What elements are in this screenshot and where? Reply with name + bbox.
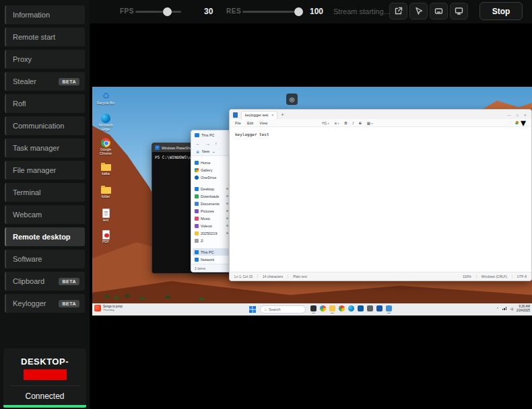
tab-close-icon[interactable]: × — [271, 113, 273, 117]
sidebar-item-rofl[interactable]: Rofl — [5, 94, 85, 113]
taskbar-search[interactable]: ⌕ Search — [260, 305, 306, 313]
sidebar-item-label: Webcam — [13, 211, 42, 219]
remote-cursor-button[interactable] — [409, 3, 428, 20]
desktop-icon-label: test — [95, 219, 117, 223]
sidebar-item-stealer[interactable]: StealerBETA — [5, 72, 85, 91]
chrome-icon[interactable] — [339, 305, 345, 311]
desktop-icon-chrome[interactable]: Google Chrome — [95, 137, 117, 155]
photos-icon[interactable] — [320, 305, 326, 311]
edge-icon[interactable] — [348, 305, 354, 311]
back-icon[interactable]: ← — [196, 141, 201, 146]
table-dropdown[interactable]: ▦ ▾ — [367, 121, 373, 125]
capture-app-icon[interactable]: ◎ — [286, 94, 298, 105]
sidebar-item-communication[interactable]: Communication — [5, 116, 85, 135]
display-button[interactable] — [450, 3, 468, 20]
strikethrough-button[interactable]: S — [359, 121, 362, 125]
fps-value: 30 — [204, 7, 213, 16]
new-button[interactable]: New — [202, 149, 209, 153]
connection-status: Connected — [3, 392, 86, 401]
notepad-editor[interactable]: keylogger test — [230, 127, 531, 272]
bold-button[interactable]: B — [345, 121, 347, 125]
camera-icon[interactable] — [367, 305, 373, 311]
explorer-item-desktop[interactable]: Desktop — [193, 185, 230, 192]
sidebar-item-webcam[interactable]: Webcam — [5, 205, 85, 224]
res-slider[interactable] — [242, 11, 302, 13]
forward-icon[interactable]: → — [205, 141, 210, 146]
hidden-icons-chevron[interactable]: ⌃ — [496, 307, 499, 311]
onedrive-icon — [195, 176, 199, 180]
list-dropdown[interactable]: ≡ ▾ — [335, 121, 339, 125]
word-icon[interactable] — [376, 305, 383, 311]
sidebar-item-remote-start[interactable]: Remote start — [5, 28, 85, 46]
gallery-icon — [195, 168, 199, 172]
sidebar-item-information[interactable]: Information — [5, 5, 85, 24]
pictures-icon — [195, 209, 199, 213]
copilot-icon — [515, 121, 519, 124]
beta-badge: BETA — [59, 278, 79, 285]
menu-file[interactable]: File — [235, 121, 241, 125]
fps-slider-thumb[interactable] — [163, 7, 172, 16]
sidebar-item-task-manager[interactable]: Task manager — [5, 139, 85, 157]
sidebar-item-software[interactable]: Software — [5, 250, 85, 268]
notepad-taskbar-icon[interactable] — [386, 305, 392, 311]
explorer-item-network[interactable]: Network — [193, 256, 230, 263]
explorer-item-music[interactable]: Music — [193, 215, 230, 222]
notepad-tab[interactable]: keylogger test × — [241, 111, 277, 119]
volume-icon[interactable]: ◃) — [510, 307, 513, 311]
network-icon[interactable] — [502, 307, 507, 310]
desktop-icon-pdf[interactable]: PDF — [95, 229, 117, 244]
explorer-item-documents[interactable]: Documents — [193, 200, 230, 207]
explorer-item-dated-folder[interactable]: 20250219 — [193, 229, 230, 237]
stop-button[interactable]: Stop — [479, 2, 523, 20]
store-icon[interactable] — [358, 305, 364, 311]
sidebar-item-clipboard[interactable]: ClipboardBETA — [5, 272, 85, 291]
text-file-icon — [102, 209, 110, 218]
desktop-icon-text-file[interactable]: test — [95, 208, 117, 223]
fps-slider[interactable] — [135, 11, 181, 13]
widgets-icon — [94, 305, 101, 311]
sidebar-item-label: Proxy — [13, 55, 32, 63]
explorer-item-videos[interactable]: Videos — [193, 222, 230, 229]
menu-view[interactable]: View — [259, 121, 267, 125]
minimize-icon[interactable]: — — [508, 113, 511, 117]
screenshot-button[interactable] — [430, 3, 448, 20]
widgets-button[interactable]: Songs to jump Thursday — [94, 305, 123, 311]
taskbar-clock[interactable]: 6:26 AM 2/24/2025 — [517, 305, 530, 312]
heading-dropdown[interactable]: H1 ▾ — [322, 121, 329, 125]
desktop-icon-edge[interactable]: Microsoft Edge — [95, 113, 117, 131]
notepad-tab-title: keylogger test — [245, 113, 268, 117]
beta-badge: BETA — [59, 300, 79, 307]
sidebar-item-remote-desktop[interactable]: Remote desktop — [5, 227, 85, 246]
explorer-item-home[interactable]: Home — [193, 159, 230, 166]
sidebar-item-proxy[interactable]: Proxy — [5, 50, 85, 69]
notepad-tabbar: keylogger test × + — □ ✕ — [230, 110, 531, 119]
explorer-item-pictures[interactable]: Pictures — [193, 207, 230, 215]
explorer-item-z-drive[interactable]: Z: — [193, 237, 230, 244]
italic-button[interactable]: I — [353, 121, 354, 125]
sidebar-item-terminal[interactable]: Terminal — [5, 183, 85, 202]
open-external-button[interactable] — [389, 3, 407, 20]
desktop-icon-folder-1[interactable]: kalka — [95, 161, 117, 176]
sidebar-item-file-manager[interactable]: File manager — [5, 161, 85, 180]
notepad-window[interactable]: keylogger test × + — □ ✕ File Edit View — [229, 109, 532, 281]
remote-desktop-view[interactable]: ♻ Recycle Bin Microsoft Edge Google Chro… — [92, 87, 532, 315]
explorer-item-gallery[interactable]: Gallery — [193, 166, 230, 174]
new-tab-icon[interactable]: + — [281, 112, 284, 117]
task-view-icon[interactable] — [310, 305, 317, 311]
explorer-item-onedrive[interactable]: OneDrive — [193, 174, 230, 181]
up-icon[interactable]: ↑ — [215, 141, 218, 146]
encoding: UTF-8 — [512, 274, 531, 278]
this-pc-icon — [195, 133, 199, 137]
new-icon: ⊕ — [196, 149, 199, 154]
desktop-icon-recycle-bin[interactable]: ♻ Recycle Bin — [95, 91, 117, 106]
taskbar-apps — [310, 305, 392, 311]
menu-edit[interactable]: Edit — [247, 121, 253, 125]
res-slider-thumb[interactable] — [294, 7, 303, 16]
explorer-item-this-pc[interactable]: This PC — [193, 248, 230, 256]
explorer-item-downloads[interactable]: Downloads — [193, 192, 230, 200]
sidebar-item-keylogger[interactable]: KeyloggerBETA — [5, 294, 85, 313]
desktop-icon-folder-2[interactable]: folder — [95, 184, 117, 199]
start-button[interactable] — [249, 306, 256, 313]
file-explorer-icon[interactable] — [329, 305, 335, 311]
stream-viewport[interactable]: ♻ Recycle Bin Microsoft Edge Google Chro… — [90, 24, 532, 409]
